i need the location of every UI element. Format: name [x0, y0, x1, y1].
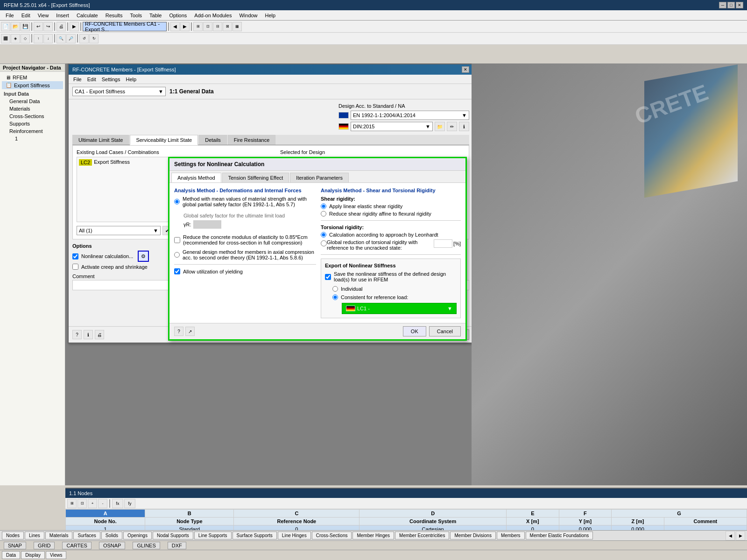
nonlinear-checkbox[interactable]	[72, 253, 78, 259]
radio1-input[interactable]	[174, 199, 180, 204]
global-safety-input[interactable]	[193, 220, 221, 229]
shear-radio2[interactable]	[321, 211, 326, 217]
menu-view[interactable]: View	[34, 12, 53, 19]
tab-fire[interactable]: Fire Resistance	[228, 135, 275, 145]
tt-btn3[interactable]: +	[88, 499, 97, 508]
rf-menu-help[interactable]: Help	[123, 76, 139, 83]
nonlinear-settings-btn[interactable]: ⚙	[138, 251, 149, 262]
menu-window[interactable]: Window	[235, 12, 261, 19]
reduce-checkbox[interactable]	[174, 237, 180, 243]
tt-fx[interactable]: fx	[112, 499, 123, 508]
standard-dropdown[interactable]: EN 1992-1-1:2004/A1:2014 ▼	[351, 111, 469, 120]
tt-btn2[interactable]: ⊡	[78, 499, 87, 508]
na-btn3[interactable]: ℹ	[459, 122, 469, 131]
ca-dropdown[interactable]: CA1 - Export Stiffness ▼	[72, 87, 166, 96]
consistent-dropdown[interactable]: LC1 - ▼	[342, 303, 457, 314]
minimize-btn[interactable]: ─	[719, 2, 726, 8]
menu-insert[interactable]: Insert	[52, 12, 73, 19]
tab-ultimate[interactable]: Ultimate Limit State	[72, 135, 129, 145]
menu-edit[interactable]: Edit	[18, 12, 34, 19]
rf-close-btn[interactable]: ✕	[462, 66, 469, 73]
tb-icon1[interactable]: ⊞	[193, 22, 203, 31]
btab-line-supports[interactable]: Line Supports	[194, 532, 232, 539]
tb-undo[interactable]: ↩	[34, 22, 43, 31]
yield-checkbox[interactable]	[174, 268, 180, 274]
tb-icon2[interactable]: ⊡	[203, 22, 212, 31]
nonlinear-tab-iteration[interactable]: Iteration Parameters	[290, 173, 349, 182]
tb2-r1[interactable]: ↺	[79, 34, 89, 43]
na-btn2[interactable]: ✏	[447, 122, 457, 131]
tab-serviceability[interactable]: Serviceability Limit State	[130, 135, 198, 145]
na-btn1[interactable]: 📁	[435, 122, 445, 131]
menu-options[interactable]: Options	[165, 12, 190, 19]
nav-rfem[interactable]: 🖥 RFEM	[2, 74, 63, 81]
shear-radio1[interactable]	[321, 203, 326, 209]
tb-b1[interactable]: ◀	[170, 22, 180, 31]
status-dxf[interactable]: DXF	[168, 542, 186, 549]
btab-surface-supports[interactable]: Surface Supports	[233, 532, 277, 539]
btab-line-hinges[interactable]: Line Hinges	[278, 532, 311, 539]
menu-results[interactable]: Results	[102, 12, 127, 19]
btab-member-eccentricities[interactable]: Member Eccentricities	[395, 532, 449, 539]
nav-supports[interactable]: Supports	[2, 120, 63, 127]
nav-reinforcement-1[interactable]: 1	[2, 135, 63, 142]
tb2-1[interactable]: ⬛	[1, 34, 10, 43]
tb-redo[interactable]: ↪	[43, 22, 53, 31]
tb2-5[interactable]: ↓	[43, 34, 53, 43]
torsional-radio2[interactable]	[321, 240, 327, 246]
close-btn[interactable]: ✕	[736, 2, 743, 8]
tt-btn1[interactable]: ⊞	[67, 499, 77, 508]
menu-addons[interactable]: Add-on Modules	[190, 12, 235, 19]
radio2-input[interactable]	[174, 252, 180, 258]
torsional-percent-input[interactable]	[434, 239, 452, 248]
btab-nodes[interactable]: Nodes	[2, 532, 24, 539]
torsional-radio1[interactable]	[321, 232, 326, 238]
status-osnap[interactable]: OSNAP	[99, 542, 126, 549]
view-views[interactable]: Views	[46, 551, 67, 559]
filter-dropdown[interactable]: All (1) ▼	[77, 226, 161, 235]
tb2-2[interactable]: ◈	[11, 34, 20, 43]
btab-elastic[interactable]: Member Elastic Foundations	[526, 532, 593, 539]
btab-lines[interactable]: Lines	[25, 532, 44, 539]
tt-fy[interactable]: fy	[124, 499, 135, 508]
nl-help-btn2[interactable]: ↗	[185, 327, 195, 336]
btab-materials[interactable]: Materials	[45, 532, 73, 539]
nav-general-data[interactable]: General Data	[2, 98, 63, 105]
tb-icon4[interactable]: ⊠	[223, 22, 232, 31]
nav-reinforcement[interactable]: Reinforcement	[2, 127, 63, 135]
table-nav-next[interactable]: ▶	[736, 531, 745, 540]
nonlinear-tab-analysis[interactable]: Analysis Method	[171, 173, 221, 182]
menu-file[interactable]: File	[2, 12, 18, 19]
menu-table[interactable]: Table	[146, 12, 165, 19]
nl-help-btn1[interactable]: ?	[174, 327, 183, 336]
rf-print-btn[interactable]: 🖨	[95, 330, 104, 339]
menu-tools[interactable]: Tools	[126, 12, 146, 19]
menu-calculate[interactable]: Calculate	[73, 12, 102, 19]
status-glines[interactable]: GLINES	[133, 542, 160, 549]
tt-btn4[interactable]: -	[98, 499, 107, 508]
tb2-zoom-in[interactable]: 🔍	[56, 34, 66, 43]
rf-menu-edit[interactable]: Edit	[85, 76, 99, 83]
tb2-3[interactable]: ◇	[21, 34, 30, 43]
btab-surfaces[interactable]: Surfaces	[73, 532, 100, 539]
rf-info-btn[interactable]: ℹ	[84, 330, 93, 339]
na-dropdown[interactable]: DIN:2015 ▼	[351, 122, 433, 131]
btab-nodal-supports[interactable]: Nodal Supports	[153, 532, 193, 539]
nav-cross-sections[interactable]: Cross-Sections	[2, 112, 63, 120]
btab-cross-sections[interactable]: Cross-Sections	[312, 532, 352, 539]
rf-help-btn[interactable]: ?	[72, 330, 82, 339]
menu-help[interactable]: Help	[261, 12, 280, 19]
nav-export-stiffness[interactable]: 📋 Export Stiffness	[2, 81, 63, 89]
maximize-btn[interactable]: □	[727, 2, 735, 8]
tb-save[interactable]: 💾	[21, 22, 30, 31]
tab-details[interactable]: Details	[199, 135, 227, 145]
nav-materials[interactable]: Materials	[2, 105, 63, 112]
rf-menu-file[interactable]: File	[70, 76, 85, 83]
consistent-radio[interactable]	[332, 294, 338, 300]
btab-members[interactable]: Members	[497, 532, 525, 539]
ok-btn[interactable]: OK	[403, 326, 426, 336]
project-dropdown[interactable]: RF-CONCRETE Members CA1 - Export S...	[83, 22, 167, 31]
btab-member-hinges[interactable]: Member Hinges	[352, 532, 394, 539]
tb2-4[interactable]: ↑	[34, 34, 43, 43]
status-grid[interactable]: GRID	[34, 542, 55, 549]
